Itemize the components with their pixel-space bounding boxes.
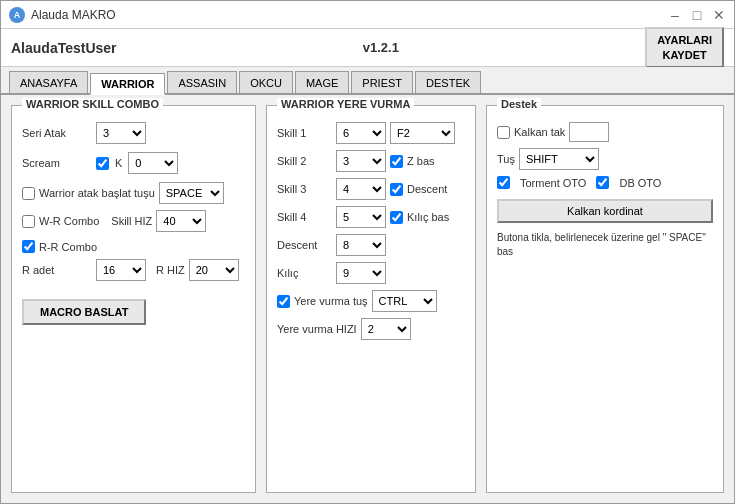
warrior-atak-checkbox[interactable] [22,187,35,200]
tus-row: Tuş SHIFT CTRLALT [497,148,713,170]
skill1-row: Skill 1 6 12345 F2 F1F3F4F5 [277,122,465,144]
destek-info: Butona tikla, belirlenecek üzerine gel "… [497,231,713,259]
tab-mage[interactable]: MAGE [295,71,349,93]
tab-assasin[interactable]: ASSASIN [167,71,237,93]
skill3-label: Skill 3 [277,183,332,195]
content-area: WARRIOR SKILL COMBO Seri Atak 3 1245 Scr… [1,95,734,503]
torment-oto-label: Torment OTO [520,177,586,189]
main-window: A Alauda MAKRO – □ ✕ AlaudaTestUser v1.2… [0,0,735,504]
scream-row: Scream K 0 123 [22,152,245,174]
warrior-atak-row: Warrior atak başlat tuşu SPACE CTRLALTSH… [22,182,245,204]
tab-warrior[interactable]: WARRIOR [90,73,165,95]
yere-vurma-tus-row: Yere vurma tuş CTRL ALTSHIFTSPACE [277,290,465,312]
yere-vurma-hizi-row: Yere vurma HIZI 2 1345 [277,318,465,340]
skill2-value-select[interactable]: 3 1245 [336,150,386,172]
kilic-value-label: Kılıç [277,267,332,279]
descent-checkbox[interactable] [390,183,403,196]
kilic-bas-label: Kılıç bas [407,211,449,223]
tab-priest[interactable]: PRIEST [351,71,413,93]
skill4-label: Skill 4 [277,211,332,223]
r-adet-label: R adet [22,264,92,276]
warrior-atak-label: Warrior atak başlat tuşu [39,187,155,199]
rr-combo-label: R-R Combo [39,241,97,253]
app-icon: A [9,7,25,23]
tab-bar: ANASAYFA WARRIOR ASSASIN OKCU MAGE PRIES… [1,67,734,95]
oto-row: Torment OTO DB OTO [497,176,713,189]
skill3-value-select[interactable]: 4 1235 [336,178,386,200]
warrior-yere-vurma-panel: WARRIOR YERE VURMA Skill 1 6 12345 F2 F1… [266,105,476,493]
kilic-bas-checkbox[interactable] [390,211,403,224]
torment-oto-checkbox[interactable] [497,176,510,189]
scream-label: Scream [22,157,92,169]
skill-hiz-label: Skill HIZ [111,215,152,227]
scream-checkbox[interactable] [96,157,109,170]
yere-vurma-tus-checkbox[interactable] [277,295,290,308]
warrior-yere-vurma-title: WARRIOR YERE VURMA [277,98,414,110]
yere-vurma-hizi-select[interactable]: 2 1345 [361,318,411,340]
macro-baslat-button[interactable]: MACRO BASLAT [22,299,146,325]
skill2-label: Skill 2 [277,155,332,167]
r-adet-select[interactable]: 16 8101214 [96,259,146,281]
r-hiz-select[interactable]: 20 10152530 [189,259,239,281]
skill-hiz-select[interactable]: 40 10203050 [156,210,206,232]
tab-okcu[interactable]: OKCU [239,71,293,93]
skill4-row: Skill 4 5 1234 Kılıç bas [277,206,465,228]
kilic-value-select[interactable]: 9 12345678 [336,262,386,284]
close-button[interactable]: ✕ [712,8,726,22]
skill1-value-select[interactable]: 6 12345 [336,122,386,144]
z-bas-label: Z bas [407,155,435,167]
z-bas-checkbox[interactable] [390,155,403,168]
yere-vurma-tus-select[interactable]: CTRL ALTSHIFTSPACE [372,290,437,312]
warrior-skill-combo-panel: WARRIOR SKILL COMBO Seri Atak 3 1245 Scr… [11,105,256,493]
save-button[interactable]: AYARLARIKAYDET [645,27,724,68]
destek-title: Destek [497,98,541,110]
seri-atak-select[interactable]: 3 1245 [96,122,146,144]
kalkan-tak-label: Kalkan tak [514,126,565,138]
skill2-row: Skill 2 3 1245 Z bas [277,150,465,172]
seri-atak-row: Seri Atak 3 1245 [22,122,245,144]
window-controls: – □ ✕ [668,8,726,22]
rr-combo-row: R-R Combo [22,240,245,253]
skill1-label: Skill 1 [277,127,332,139]
username-label: AlaudaTestUser [11,40,117,56]
minimize-button[interactable]: – [668,8,682,22]
maximize-button[interactable]: □ [690,8,704,22]
scream-value-select[interactable]: 0 123 [128,152,178,174]
warrior-atak-select[interactable]: SPACE CTRLALTSHIFT [159,182,224,204]
tus-label: Tuş [497,153,515,165]
kilic-value-row: Kılıç 9 12345678 [277,262,465,284]
title-bar-left: A Alauda MAKRO [9,7,116,23]
kalkan-tak-checkbox[interactable] [497,126,510,139]
warrior-skill-combo-title: WARRIOR SKILL COMBO [22,98,163,110]
wr-combo-row: W-R Combo Skill HIZ 40 10203050 [22,210,245,232]
wr-combo-checkbox[interactable] [22,215,35,228]
descent-value-label: Descent [277,239,332,251]
header-bar: AlaudaTestUser v1.2.1 AYARLARIKAYDET [1,29,734,67]
kalkan-kordinat-button[interactable]: Kalkan kordinat [497,199,713,223]
tus-select[interactable]: SHIFT CTRLALT [519,148,599,170]
db-oto-checkbox[interactable] [596,176,609,189]
descent-label: Descent [407,183,447,195]
version-label: v1.2.1 [363,40,399,55]
k-label: K [115,157,122,169]
r-adet-row: R adet 16 8101214 R HIZ 20 10152530 [22,259,245,281]
yere-vurma-tus-label: Yere vurma tuş [294,295,368,307]
wr-combo-label: W-R Combo [39,215,99,227]
descent-value-row: Descent 8 1234567 [277,234,465,256]
skill3-row: Skill 3 4 1235 Descent [277,178,465,200]
seri-atak-label: Seri Atak [22,127,92,139]
skill4-value-select[interactable]: 5 1234 [336,206,386,228]
skill1-key-select[interactable]: F2 F1F3F4F5 [390,122,455,144]
window-title: Alauda MAKRO [31,8,116,22]
kalkan-tak-row: Kalkan tak [497,122,713,142]
tab-anasayfa[interactable]: ANASAYFA [9,71,88,93]
r-hiz-label: R HIZ [156,264,185,276]
tab-destek[interactable]: DESTEK [415,71,481,93]
descent-value-select[interactable]: 8 1234567 [336,234,386,256]
rr-combo-checkbox[interactable] [22,240,35,253]
destek-panel: Destek Kalkan tak Tuş SHIFT CTRLALT Torm… [486,105,724,493]
title-bar: A Alauda MAKRO – □ ✕ [1,1,734,29]
yere-vurma-hizi-label: Yere vurma HIZI [277,323,357,335]
kalkan-tak-input[interactable] [569,122,609,142]
db-oto-label: DB OTO [619,177,661,189]
